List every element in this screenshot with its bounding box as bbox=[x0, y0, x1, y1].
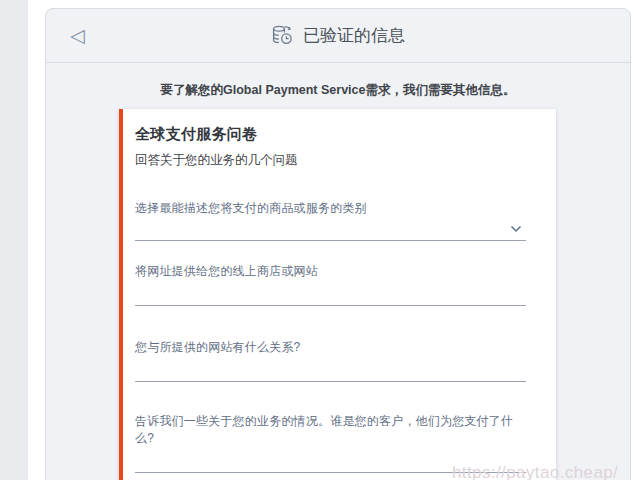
category-select-label: 选择最能描述您将支付的商品或服务的类别 bbox=[135, 200, 526, 217]
back-button[interactable]: ◁ bbox=[66, 23, 89, 46]
questionnaire-card: 全球支付服务问卷 回答关于您的业务的几个问题 选择最能描述您将支付的商品或服务的… bbox=[119, 109, 556, 480]
website-url-label: 将网址提供给您的线上商店或网站 bbox=[135, 263, 526, 280]
business-description-input[interactable] bbox=[135, 447, 526, 473]
website-url-input[interactable] bbox=[135, 280, 526, 306]
coins-clock-icon bbox=[271, 24, 294, 47]
site-relationship-label: 您与所提供的网站有什么关系? bbox=[135, 339, 526, 356]
business-description-label: 告诉我们一些关于您的业务的情况。谁是您的客户，他们为您支付了什么? bbox=[135, 413, 526, 447]
panel-title: 已验证的信息 bbox=[271, 24, 405, 47]
category-select-field: 选择最能描述您将支付的商品或服务的类别 bbox=[135, 200, 526, 241]
page-left-strip bbox=[0, 0, 28, 480]
website-url-field: 将网址提供给您的线上商店或网站 bbox=[135, 263, 526, 306]
verification-panel: ◁ 已验证的信息 要了解您的Global Payment Service需求，我… bbox=[45, 8, 631, 480]
site-relationship-input[interactable] bbox=[135, 356, 526, 382]
category-select-input[interactable] bbox=[135, 217, 526, 241]
panel-header: ◁ 已验证的信息 bbox=[46, 9, 630, 63]
form-title: 全球支付服务问卷 bbox=[135, 125, 526, 144]
panel-title-text: 已验证的信息 bbox=[303, 24, 405, 47]
form-subtitle: 回答关于您的业务的几个问题 bbox=[135, 152, 526, 169]
intro-text: 要了解您的Global Payment Service需求，我们需要其他信息。 bbox=[46, 82, 630, 99]
chevron-down-icon[interactable] bbox=[510, 225, 522, 233]
business-description-field: 告诉我们一些关于您的业务的情况。谁是您的客户，他们为您支付了什么? bbox=[135, 413, 526, 473]
site-relationship-field: 您与所提供的网站有什么关系? bbox=[135, 339, 526, 382]
